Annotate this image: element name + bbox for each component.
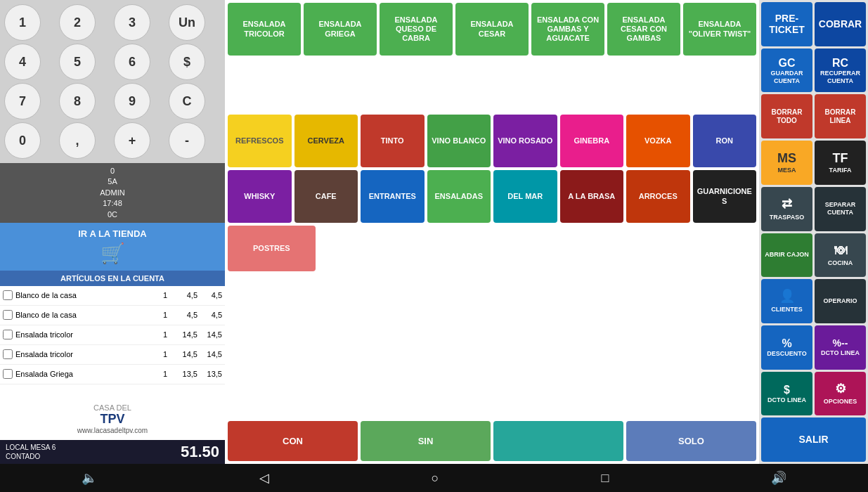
num-btn-un[interactable]: Un	[169, 4, 205, 41]
vol-up-icon[interactable]: 🔊	[771, 470, 786, 486]
btn-borrar-todo[interactable]: BORRAR TODO	[761, 94, 812, 138]
num-btn-5[interactable]: 5	[59, 44, 96, 80]
traspaso-label: TRASPASO	[770, 214, 804, 221]
cart-row[interactable]: Ensalada tricolor 1 14,5 14,5	[0, 345, 225, 365]
btn-operario[interactable]: OPERARIO	[815, 279, 866, 323]
btn-mesa[interactable]: MS MESA	[761, 141, 812, 185]
cat-arroces[interactable]: ARROCES	[626, 170, 690, 223]
cart-row-total: 14,5	[197, 350, 222, 358]
vol-down-icon[interactable]: 🔈	[82, 470, 97, 486]
btn-con[interactable]: CON	[228, 421, 358, 461]
right-row-3: BORRAR TODO BORRAR LINEA	[761, 94, 866, 138]
btn-cobrar[interactable]: COBRAR	[815, 2, 866, 46]
ir-tienda-button[interactable]: IR A LA TIENDA 🛒	[0, 223, 225, 271]
recent-apps-icon[interactable]: □	[602, 471, 609, 486]
dcto-linea-label: DCTO LINEA	[821, 349, 860, 357]
cart-row-checkbox[interactable]	[3, 330, 13, 339]
num-btn-8[interactable]: 8	[59, 83, 96, 119]
num-btn-plus[interactable]: +	[114, 122, 150, 159]
num-btn-7[interactable]: 7	[4, 83, 41, 119]
num-btn-0[interactable]: 0	[4, 122, 41, 159]
back-icon[interactable]: ◁	[259, 470, 269, 486]
cat-refrescos[interactable]: REFRESCOS	[228, 115, 292, 167]
num-btn-6[interactable]: 6	[114, 44, 150, 80]
cat-whisky[interactable]: WHISKY	[228, 170, 292, 223]
cat-ginebra[interactable]: GINEBRA	[560, 115, 624, 167]
num-btn-comma[interactable]: ,	[59, 122, 96, 159]
btn-salir[interactable]: SALIR	[761, 417, 866, 462]
cat-ensalada-cesar-gambas[interactable]: Ensalada Cesar con gambas	[607, 3, 680, 56]
cat-a-la-brasa[interactable]: A LA BRASA	[560, 170, 624, 223]
cat-ensalada-gambas[interactable]: Ensalada con gambas y aguacate	[531, 3, 604, 56]
cart-row-checkbox[interactable]	[3, 369, 13, 379]
num-btn-dollar[interactable]: $	[169, 44, 205, 80]
num-btn-2[interactable]: 2	[59, 4, 96, 41]
right-row-1: PRE-TICKET COBRAR	[761, 2, 866, 46]
btn-borrar-linea[interactable]: BORRAR LINEA	[815, 94, 866, 138]
cart-row[interactable]: Ensalada tricolor 1 14,5 14,5	[0, 325, 225, 345]
btn-cocina[interactable]: 🍽 COCINA	[815, 233, 866, 278]
cat-ron[interactable]: RON	[693, 115, 757, 167]
num-btn-minus[interactable]: -	[169, 122, 205, 159]
num-btn-c[interactable]: C	[169, 83, 205, 119]
right-action-panel: PRE-TICKET COBRAR GC GUARDAR CUENTA RC R…	[759, 0, 868, 464]
cat-ensalada-tricolor[interactable]: Ensalada tricolor	[228, 3, 301, 56]
num-btn-1[interactable]: 1	[4, 4, 41, 41]
cart-row-qty: 1	[157, 350, 173, 358]
btn-tarifa[interactable]: TF TARIFA	[815, 141, 866, 185]
cart-row-checkbox[interactable]	[3, 290, 13, 300]
btn-abrir-cajon[interactable]: ABRIR CAJON	[761, 233, 812, 278]
cat-cerveza[interactable]: CERVEZA	[294, 115, 358, 167]
tf-label: TF	[833, 151, 848, 167]
cart-items-list[interactable]: Blanco de la casa 1 4,5 4,5 Blanco de la…	[0, 286, 225, 398]
mesa-label: MESA	[777, 167, 796, 174]
cat-ensalada-oliver[interactable]: Ensalada "Oliver Twist"	[683, 3, 756, 56]
cat-vozka[interactable]: VOZKA	[626, 115, 690, 167]
cart-row[interactable]: Ensalada Griega 1 13,5 13,5	[0, 365, 225, 384]
logo-area: CASA DEL TPV www.lacasadeltpv.com	[0, 398, 225, 440]
btn-traspaso[interactable]: ⇄ TRASPASO	[761, 187, 812, 231]
num-btn-3[interactable]: 3	[114, 4, 150, 41]
cobrar-label: COBRAR	[819, 18, 862, 30]
cat-guarniciones[interactable]: GUARNICIONES	[693, 170, 757, 223]
btn-solo[interactable]: SOLO	[626, 421, 756, 461]
cart-row-qty: 1	[157, 291, 173, 299]
cart-row-checkbox[interactable]	[3, 349, 13, 359]
cart-row-name: Ensalada tricolor	[15, 350, 157, 358]
cat-entrantes[interactable]: ENTRANTES	[361, 170, 425, 223]
btn-clientes[interactable]: 👤 CLIENTES	[761, 279, 812, 323]
ms-label: MS	[777, 151, 796, 167]
btn-sin[interactable]: SIN	[361, 421, 491, 461]
cart-row-name: Blanco de la casa	[15, 291, 157, 299]
btn-recuperar-cuenta[interactable]: RC RECUPERAR CUENTA	[815, 48, 866, 93]
right-row-9: $ DCTO LINEA ⚙ OPCIONES	[761, 372, 866, 416]
cat-postres[interactable]: POSTRES	[228, 226, 316, 271]
btn-dcto-linea2[interactable]: $ DCTO LINEA	[761, 372, 812, 416]
cat-ensalada-cesar[interactable]: Ensalada Cesar	[455, 3, 529, 56]
home-icon[interactable]: ○	[432, 471, 439, 486]
cart-row[interactable]: Blanco de la casa 1 4,5 4,5	[0, 286, 225, 306]
btn-guardar-cuenta[interactable]: GC GUARDAR CUENTA	[761, 48, 812, 93]
cat-tinto[interactable]: TINTO	[361, 115, 425, 167]
btn-separar-cuenta[interactable]: SEPARAR CUENTA	[815, 187, 866, 231]
cart-row[interactable]: Blanco de la casa 1 4,5 4,5	[0, 306, 225, 325]
btn-unknown1[interactable]	[493, 421, 623, 461]
cat-ensalada-queso[interactable]: Ensalada queso de cabra	[380, 3, 453, 56]
cat-ensalada-griega[interactable]: Ensalada Griega	[304, 3, 377, 56]
abrir-cajon-label: ABRIR CAJON	[765, 251, 809, 259]
num-btn-4[interactable]: 4	[4, 44, 41, 80]
cat-cafe[interactable]: CAFE	[294, 170, 358, 223]
btn-opciones[interactable]: ⚙ OPCIONES	[815, 372, 866, 416]
btn-pre-ticket[interactable]: PRE-TICKET	[761, 2, 812, 46]
btn-descuento[interactable]: % DESCUENTO	[761, 325, 812, 370]
cat-vino-rosado[interactable]: VINO ROSADO	[493, 115, 557, 167]
cart-row-checkbox[interactable]	[3, 310, 13, 320]
num-btn-9[interactable]: 9	[114, 83, 150, 119]
cart-header-label: ARTÍCULOS EN LA CUENTA	[60, 274, 164, 283]
cat-ensaladas[interactable]: ENSALADAS	[427, 170, 491, 223]
separar-cuenta-label: SEPARAR CUENTA	[817, 201, 864, 216]
cat-vino-blanco[interactable]: VINO BLANCO	[427, 115, 491, 167]
btn-dcto-linea[interactable]: %-- DCTO LINEA	[815, 325, 866, 370]
bottom-action-buttons: CON SIN SOLO	[225, 418, 759, 464]
cat-del-mar[interactable]: DEL MAR	[493, 170, 557, 223]
